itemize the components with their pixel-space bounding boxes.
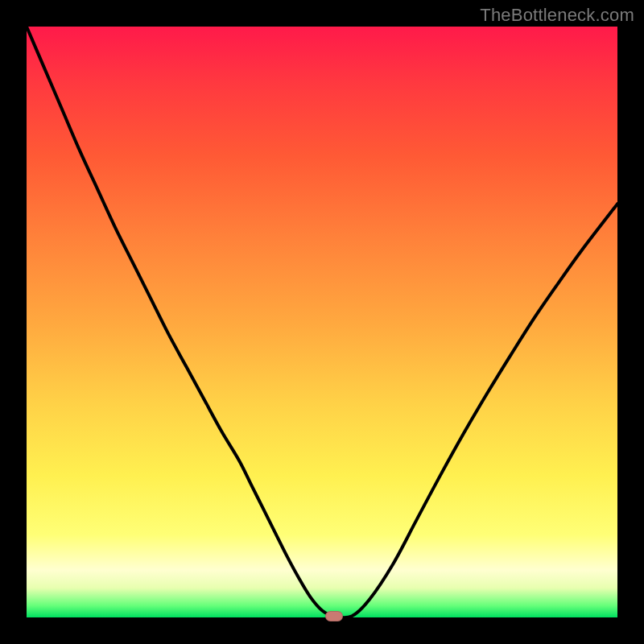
plot-area bbox=[27, 27, 617, 617]
optimal-point-marker bbox=[325, 611, 343, 621]
bottleneck-curve bbox=[27, 27, 617, 617]
chart-frame: TheBottleneck.com bbox=[0, 0, 644, 644]
watermark-text: TheBottleneck.com bbox=[480, 5, 634, 26]
